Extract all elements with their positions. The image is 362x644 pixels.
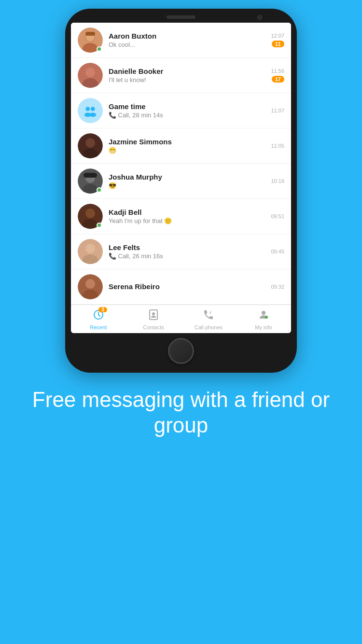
avatar-wrap-aaron-buxton: [78, 28, 103, 53]
chat-preview-danielle-booker: I'll let u know!: [109, 76, 267, 84]
svg-point-8: [85, 107, 90, 111]
chat-name-jazmine-simmons: Jazmine Simmons: [109, 138, 267, 146]
chat-name-game-time: Game time: [109, 102, 267, 111]
chat-content-joshua-murphy: Joshua Murphy 😎: [109, 173, 267, 189]
chat-time-lee-felts: 09:45: [271, 249, 284, 254]
tagline: Free messaging with a friend or group: [0, 387, 362, 438]
svg-point-6: [85, 68, 95, 77]
chat-list: Aaron Buxton Ok cool... 12:07 11 Daniell…: [71, 23, 291, 305]
chat-item-joshua-murphy[interactable]: Joshua Murphy 😎 10:16: [71, 164, 291, 199]
svg-point-30: [152, 312, 155, 315]
avatar-serena-ribeiro: [78, 274, 103, 299]
avatar-wrap-game-time: [78, 98, 103, 123]
online-dot-kadji-bell: [97, 223, 102, 228]
chat-content-lee-felts: Lee Felts 📞 Call, 26 min 16s: [109, 243, 267, 260]
tab-bar: 3 Recent Contacts # Call phones My info: [71, 305, 291, 333]
chat-item-aaron-buxton[interactable]: Aaron Buxton Ok cool... 12:07 11: [71, 23, 291, 58]
tab-icon-call-phones: #: [203, 309, 214, 323]
chat-preview-aaron-buxton: Ok cool...: [109, 41, 267, 48]
tab-label-recent: Recent: [90, 324, 107, 330]
svg-rect-4: [85, 32, 95, 36]
chat-name-lee-felts: Lee Felts: [109, 243, 267, 252]
avatar-jazmine-simmons: [78, 133, 103, 158]
chat-preview-lee-felts: 📞 Call, 26 min 16s: [109, 252, 267, 260]
phone-frame: Aaron Buxton Ok cool... 12:07 11 Daniell…: [65, 9, 297, 373]
phone-home-button-area: [71, 338, 291, 364]
chat-item-game-time[interactable]: Game time 📞 Call, 28 min 14s 11:07: [71, 93, 291, 128]
chat-time-jazmine-simmons: 11:05: [271, 143, 284, 149]
tab-icon-recent: 3: [93, 309, 104, 323]
svg-point-11: [89, 112, 96, 117]
avatar-wrap-serena-ribeiro: [78, 274, 103, 299]
chat-item-serena-ribeiro[interactable]: Serena Ribeiro 09:32: [71, 269, 291, 305]
chat-right-serena-ribeiro: 09:32: [271, 284, 284, 290]
online-dot-aaron-buxton: [97, 46, 102, 52]
chat-content-danielle-booker: Danielle Booker I'll let u know!: [109, 67, 267, 84]
badge-danielle-booker: 17: [272, 76, 284, 83]
chat-time-aaron-buxton: 12:07: [271, 33, 284, 39]
chat-name-joshua-murphy: Joshua Murphy: [109, 173, 267, 181]
svg-point-33: [265, 316, 268, 319]
chat-right-aaron-buxton: 12:07 11: [271, 33, 284, 47]
chat-content-jazmine-simmons: Jazmine Simmons 😁: [109, 138, 267, 154]
chat-preview-jazmine-simmons: 😁: [109, 147, 267, 154]
phone-camera: [257, 15, 262, 20]
avatar-lee-felts: [78, 239, 103, 264]
chat-right-danielle-booker: 11:56 17: [271, 68, 284, 83]
chat-preview-kadji-bell: Yeah I'm up for that 🙂: [109, 217, 267, 224]
tab-label-call-phones: Call phones: [195, 324, 223, 330]
chat-content-kadji-bell: Kadji Bell Yeah I'm up for that 🙂: [109, 208, 267, 224]
chat-time-game-time: 11:07: [271, 108, 284, 113]
svg-point-23: [85, 244, 95, 253]
chat-time-joshua-murphy: 10:16: [271, 178, 284, 184]
chat-preview-game-time: 📞 Call, 28 min 14s: [109, 112, 267, 119]
svg-point-13: [85, 138, 95, 148]
avatar-wrap-lee-felts: [78, 239, 103, 264]
chat-name-serena-ribeiro: Serena Ribeiro: [109, 282, 267, 291]
tab-item-contacts[interactable]: Contacts: [126, 305, 181, 333]
avatar-wrap-kadji-bell: [78, 204, 103, 229]
avatar-wrap-jazmine-simmons: [78, 133, 103, 158]
chat-name-danielle-booker: Danielle Booker: [109, 67, 267, 75]
chat-right-joshua-murphy: 10:16: [271, 178, 284, 184]
avatar-wrap-danielle-booker: [78, 63, 103, 88]
home-button[interactable]: [168, 338, 194, 364]
chat-time-danielle-booker: 11:56: [271, 68, 284, 74]
chat-right-kadji-bell: 09:51: [271, 213, 284, 219]
tab-label-contacts: Contacts: [143, 324, 164, 330]
phone-screen: Aaron Buxton Ok cool... 12:07 11 Daniell…: [71, 23, 291, 333]
chat-time-kadji-bell: 09:51: [271, 213, 284, 219]
chat-item-jazmine-simmons[interactable]: Jazmine Simmons 😁 11:05: [71, 128, 291, 164]
chat-time-serena-ribeiro: 09:32: [271, 284, 284, 290]
tab-item-recent[interactable]: 3 Recent: [71, 305, 126, 333]
chat-right-game-time: 11:07: [271, 108, 284, 113]
chat-name-kadji-bell: Kadji Bell: [109, 208, 267, 216]
svg-text:#: #: [209, 311, 211, 314]
phone-top-bar: [71, 15, 291, 19]
svg-rect-18: [84, 173, 97, 178]
badge-aaron-buxton: 11: [272, 41, 284, 47]
tab-badge-recent: 3: [98, 307, 107, 312]
chat-content-game-time: Game time 📞 Call, 28 min 14s: [109, 102, 267, 119]
chat-right-lee-felts: 09:45: [271, 249, 284, 254]
tab-item-my-info[interactable]: My info: [236, 305, 291, 333]
phone-speaker: [167, 15, 195, 19]
svg-point-9: [91, 107, 95, 111]
chat-name-aaron-buxton: Aaron Buxton: [109, 32, 267, 40]
chat-item-kadji-bell[interactable]: Kadji Bell Yeah I'm up for that 🙂 09:51: [71, 199, 291, 234]
chat-right-jazmine-simmons: 11:05: [271, 143, 284, 149]
tab-icon-contacts: [148, 309, 159, 323]
group-avatar-game-time: [78, 98, 103, 123]
tab-label-my-info: My info: [255, 324, 272, 330]
svg-point-20: [85, 209, 95, 218]
chat-item-lee-felts[interactable]: Lee Felts 📞 Call, 26 min 16s 09:45: [71, 234, 291, 269]
chat-item-danielle-booker[interactable]: Danielle Booker I'll let u know! 11:56 1…: [71, 58, 291, 93]
chat-preview-joshua-murphy: 😎: [109, 182, 267, 189]
svg-point-26: [85, 279, 95, 289]
tab-item-call-phones[interactable]: # Call phones: [181, 305, 236, 333]
svg-point-32: [262, 311, 265, 315]
chat-content-aaron-buxton: Aaron Buxton Ok cool...: [109, 32, 267, 48]
avatar-wrap-joshua-murphy: [78, 168, 103, 194]
chat-content-serena-ribeiro: Serena Ribeiro: [109, 282, 267, 292]
avatar-danielle-booker: [78, 63, 103, 88]
